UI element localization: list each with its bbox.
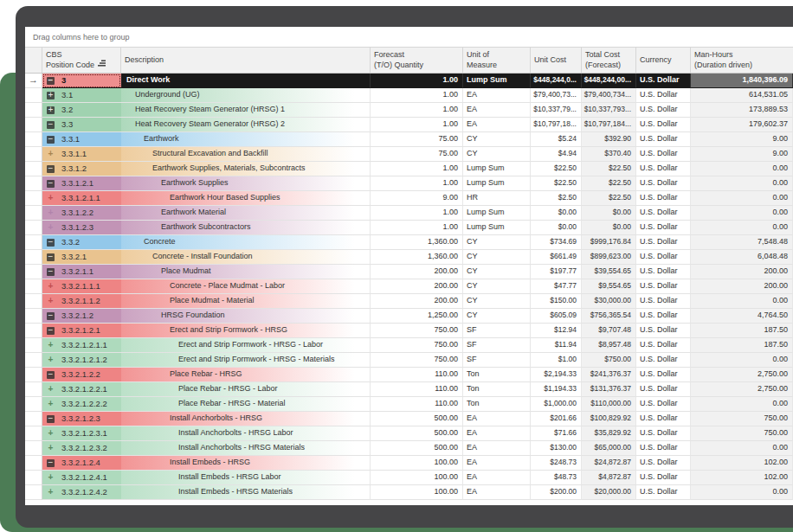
description-cell[interactable]: Earthwork Supplies xyxy=(121,176,371,191)
man-hours-cell[interactable]: 1,840,396.09 xyxy=(691,74,793,88)
description-cell[interactable]: Install Anchorbolts - HRSG Labor xyxy=(121,426,371,441)
cbs-code-cell[interactable]: −3.3.2.1.2.2 xyxy=(42,368,121,382)
man-hours-cell[interactable]: 7,548.48 xyxy=(691,235,793,250)
description-cell[interactable]: Concrete - Install Foundation xyxy=(121,250,371,265)
forecast-quantity-cell[interactable]: 200.00 xyxy=(371,265,463,279)
unit-of-measure-cell[interactable]: HR xyxy=(463,191,531,206)
cbs-code-cell[interactable]: −3 xyxy=(42,74,121,88)
currency-cell[interactable]: U.S. Dollar xyxy=(636,265,691,279)
total-cost-cell[interactable]: $370.40 xyxy=(582,147,636,162)
forecast-quantity-cell[interactable]: 200.00 xyxy=(371,294,463,309)
unit-of-measure-cell[interactable]: CY xyxy=(463,132,531,147)
man-hours-cell[interactable]: 750.00 xyxy=(691,426,793,441)
unit-of-measure-cell[interactable]: EA xyxy=(463,88,531,103)
cbs-code-cell[interactable]: −3.3.2.1.1 xyxy=(42,265,121,279)
expand-icon[interactable]: + xyxy=(47,474,55,482)
cbs-code-cell[interactable]: −3.3.1 xyxy=(42,132,121,147)
currency-cell[interactable]: U.S. Dollar xyxy=(636,206,691,221)
unit-of-measure-cell[interactable]: Ton xyxy=(463,397,531,412)
cbs-code-cell[interactable]: +3.3.2.1.2.2.2 xyxy=(42,397,121,412)
unit-of-measure-cell[interactable]: Lump Sum xyxy=(463,176,531,191)
unit-of-measure-cell[interactable]: EA xyxy=(463,412,531,426)
cbs-code-cell[interactable]: −3.3.2.1 xyxy=(42,250,121,265)
currency-cell[interactable]: U.S. Dollar xyxy=(636,147,691,162)
cbs-code-cell[interactable]: −3.3.2.1.2 xyxy=(42,309,121,324)
expand-icon[interactable]: + xyxy=(47,283,55,291)
forecast-quantity-cell[interactable]: 1.00 xyxy=(371,206,463,221)
unit-cost-cell[interactable]: $47.77 xyxy=(531,279,582,294)
currency-cell[interactable]: U.S. Dollar xyxy=(636,74,691,88)
cbs-code-cell[interactable]: −3.3.2.1.2.1 xyxy=(42,324,121,338)
unit-cost-cell[interactable]: $79,400,73... xyxy=(531,88,582,103)
expand-icon[interactable]: + xyxy=(47,489,55,497)
total-cost-cell[interactable]: $30,000.00 xyxy=(582,294,636,309)
man-hours-cell[interactable]: 4,764.50 xyxy=(691,309,793,324)
forecast-quantity-cell[interactable]: 1.00 xyxy=(371,118,463,132)
total-cost-cell[interactable]: $10,337,793... xyxy=(582,103,636,118)
column-header-qty[interactable]: Forecast(T/O) Quantity xyxy=(371,48,463,73)
cbs-code-cell[interactable]: +3.3.1.2.3 xyxy=(42,221,121,235)
unit-cost-cell[interactable]: $197.77 xyxy=(531,265,582,279)
forecast-quantity-cell[interactable]: 100.00 xyxy=(371,485,463,500)
forecast-quantity-cell[interactable]: 110.00 xyxy=(371,397,463,412)
collapse-icon[interactable]: − xyxy=(47,180,55,188)
unit-cost-cell[interactable]: $734.69 xyxy=(531,235,582,250)
total-cost-cell[interactable]: $241,376.37 xyxy=(582,368,636,382)
currency-cell[interactable]: U.S. Dollar xyxy=(636,485,691,500)
currency-cell[interactable]: U.S. Dollar xyxy=(636,250,691,265)
total-cost-cell[interactable]: $39,554.65 xyxy=(582,265,636,279)
description-cell[interactable]: Earthwork Hour Based Supplies xyxy=(121,191,371,206)
description-cell[interactable]: Earthwork Subcontractors xyxy=(121,221,371,235)
description-cell[interactable]: Place Mudmat xyxy=(121,265,371,279)
man-hours-cell[interactable]: 200.00 xyxy=(691,265,793,279)
currency-cell[interactable]: U.S. Dollar xyxy=(636,309,691,324)
forecast-quantity-cell[interactable]: 1,250.00 xyxy=(371,309,463,324)
cbs-code-cell[interactable]: +3.3.1.1 xyxy=(42,147,121,162)
unit-of-measure-cell[interactable]: CY xyxy=(463,147,531,162)
unit-of-measure-cell[interactable]: EA xyxy=(463,103,531,118)
total-cost-cell[interactable]: $392.90 xyxy=(582,132,636,147)
description-cell[interactable]: Underground (UG) xyxy=(121,88,371,103)
total-cost-cell[interactable]: $22.50 xyxy=(582,162,636,176)
man-hours-cell[interactable]: 750.00 xyxy=(691,412,793,426)
cbs-code-cell[interactable]: +3.3.2.1.2.3.2 xyxy=(42,441,121,456)
currency-cell[interactable]: U.S. Dollar xyxy=(636,426,691,441)
unit-of-measure-cell[interactable]: Ton xyxy=(463,382,531,397)
expand-icon[interactable]: + xyxy=(47,342,55,349)
man-hours-cell[interactable]: 187.50 xyxy=(691,338,793,353)
unit-of-measure-cell[interactable]: Lump Sum xyxy=(463,206,531,221)
cbs-code-cell[interactable]: +3.3.2.1.2.4.1 xyxy=(42,471,121,485)
expand-icon[interactable]: + xyxy=(47,430,55,438)
forecast-quantity-cell[interactable]: 100.00 xyxy=(371,471,463,485)
total-cost-cell[interactable]: $20,000.00 xyxy=(582,485,636,500)
column-header-curr[interactable]: Currency xyxy=(636,48,691,73)
currency-cell[interactable]: U.S. Dollar xyxy=(636,191,691,206)
unit-cost-cell[interactable]: $661.49 xyxy=(531,250,582,265)
unit-of-measure-cell[interactable]: EA xyxy=(463,118,531,132)
unit-cost-cell[interactable]: $2,194.33 xyxy=(531,368,582,382)
collapse-icon[interactable]: − xyxy=(47,459,55,467)
expand-icon[interactable]: + xyxy=(47,224,55,232)
unit-of-measure-cell[interactable]: CY xyxy=(463,235,531,250)
man-hours-cell[interactable]: 179,602.37 xyxy=(691,118,793,132)
total-cost-cell[interactable]: $35,829.92 xyxy=(582,426,636,441)
total-cost-cell[interactable]: $750.00 xyxy=(582,353,636,368)
man-hours-cell[interactable]: 0.00 xyxy=(691,206,793,221)
unit-of-measure-cell[interactable]: SF xyxy=(463,338,531,353)
collapse-icon[interactable]: − xyxy=(47,312,55,320)
currency-cell[interactable]: U.S. Dollar xyxy=(636,397,691,412)
total-cost-cell[interactable]: $0.00 xyxy=(582,206,636,221)
man-hours-cell[interactable]: 6,048.48 xyxy=(691,250,793,265)
cbs-code-cell[interactable]: −3.3.1.2 xyxy=(42,162,121,176)
cbs-code-cell[interactable]: +3.3.2.1.2.3.1 xyxy=(42,426,121,441)
group-by-bar[interactable]: Drag columns here to group xyxy=(25,27,793,47)
forecast-quantity-cell[interactable]: 75.00 xyxy=(371,132,463,147)
collapse-icon[interactable]: − xyxy=(47,77,55,85)
description-cell[interactable]: Heat Recovery Steam Generator (HRSG) 2 xyxy=(121,118,371,132)
currency-cell[interactable]: U.S. Dollar xyxy=(636,162,691,176)
unit-cost-cell[interactable]: $150.00 xyxy=(531,294,582,309)
expand-icon[interactable]: + xyxy=(47,195,55,202)
unit-cost-cell[interactable]: $71.66 xyxy=(531,426,582,441)
total-cost-cell[interactable]: $9,707.48 xyxy=(582,324,636,338)
cbs-code-cell[interactable]: −3.3.2.1.2.4 xyxy=(42,456,121,471)
